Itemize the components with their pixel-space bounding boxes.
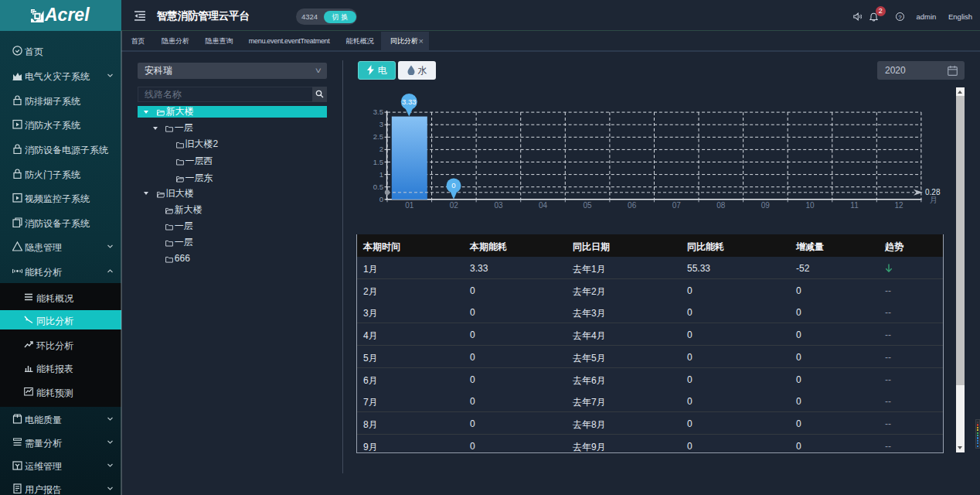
svg-text:09: 09 (761, 201, 771, 210)
svg-text:2.5: 2.5 (373, 132, 383, 141)
svg-text:12: 12 (895, 201, 904, 210)
svg-text:05: 05 (584, 201, 593, 210)
svg-text:06: 06 (628, 201, 637, 210)
svg-text:1.5: 1.5 (373, 158, 383, 166)
svg-text:04: 04 (539, 201, 548, 210)
svg-text:0: 0 (451, 181, 455, 189)
svg-text:11: 11 (850, 201, 859, 210)
svg-text:02: 02 (450, 201, 459, 210)
svg-text:3.5: 3.5 (373, 108, 383, 116)
svg-text:0.5: 0.5 (373, 183, 383, 191)
svg-text:0: 0 (379, 195, 383, 203)
svg-text:1: 1 (379, 170, 383, 179)
svg-text:3: 3 (379, 120, 383, 128)
svg-text:07: 07 (672, 201, 682, 210)
svg-text:10: 10 (805, 201, 815, 210)
svg-text:03: 03 (494, 201, 503, 210)
svg-text:08: 08 (716, 201, 726, 210)
svg-text:01: 01 (405, 201, 414, 210)
svg-text:2: 2 (379, 145, 383, 153)
svg-text:月: 月 (930, 196, 937, 204)
svg-text:3.33: 3.33 (402, 97, 417, 106)
